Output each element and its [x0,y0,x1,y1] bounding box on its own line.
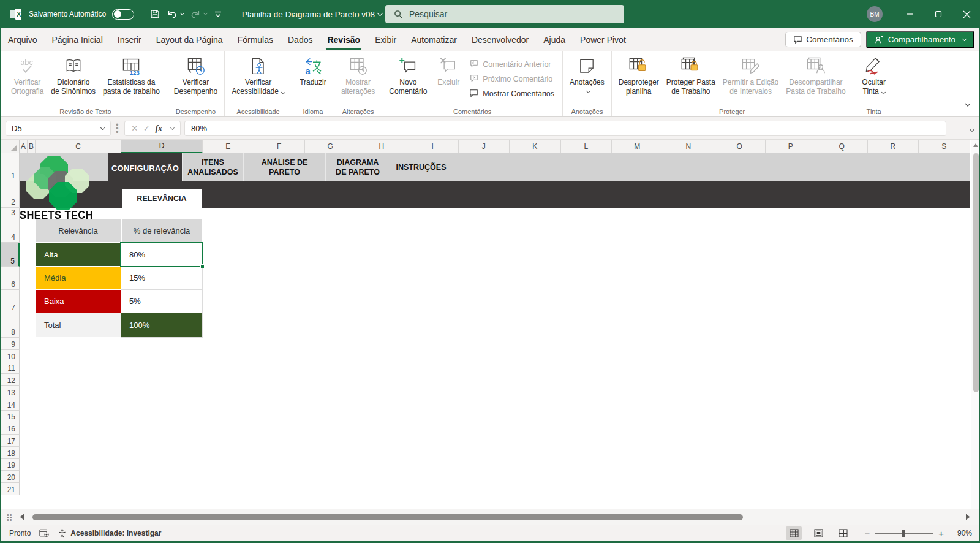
confirm-entry-icon[interactable]: ✓ [143,124,150,133]
fx-dropdown-icon[interactable] [170,125,175,129]
column-header-H[interactable]: H [356,140,408,153]
page-layout-view-icon[interactable] [810,526,826,540]
column-header-G[interactable]: G [305,140,356,153]
cell-C8[interactable]: Total [36,313,121,337]
column-header-M[interactable]: M [612,140,663,153]
ribbon-tab-layout-da-página[interactable]: Layout da Página [149,28,230,51]
cell-C6[interactable]: Média [36,267,121,289]
zoom-slider[interactable] [875,533,933,534]
sheet-tabs-resize-handle[interactable]: •••••• [7,514,13,521]
normal-view-icon[interactable] [786,526,802,540]
scroll-right-icon[interactable] [965,512,971,523]
close-button[interactable] [952,0,980,28]
ribbon-tab-inserir[interactable]: Inserir [110,28,149,51]
row-header-14[interactable]: 14 [1,398,20,411]
cell-C5[interactable]: Alta [36,243,121,266]
redo-dropdown-icon[interactable] [203,11,208,15]
zoom-slider-thumb[interactable] [902,530,905,537]
column-header-L[interactable]: L [561,140,612,153]
row-header-16[interactable]: 16 [1,422,20,435]
dicionario-de-sinonimos-button[interactable]: Dicionáriode Sinônimos [47,55,99,97]
vertical-scroll-thumb[interactable] [973,153,979,392]
row-header-8[interactable]: 8 [1,313,20,338]
column-header-O[interactable]: O [714,140,766,153]
horizontal-scrollbar[interactable]: •••••• [1,509,980,525]
formula-input[interactable]: 80% [184,121,946,136]
cell-D8[interactable]: 100% [121,313,203,338]
expand-formula-bar-icon[interactable] [968,126,976,137]
redo-button[interactable] [188,6,209,22]
minimize-button[interactable] [896,0,924,28]
row-header-1[interactable]: 1 [1,153,20,181]
sub-tab-relevancia[interactable]: RELEVÂNCIA [122,189,202,208]
select-all-corner[interactable] [1,140,20,153]
row-header-11[interactable]: 11 [1,362,20,374]
column-header-K[interactable]: K [510,140,561,153]
page-break-view-icon[interactable] [835,526,851,540]
row-header-10[interactable]: 10 [1,350,20,362]
estatisticas-da-pasta-de-trabalho-button[interactable]: 123Estatísticas dapasta de trabalho [99,55,164,97]
ribbon-tab-dados[interactable]: Dados [281,28,320,51]
row-header-9[interactable]: 9 [1,338,20,350]
row-header-12[interactable]: 12 [1,374,20,386]
column-header-F[interactable]: F [254,140,306,153]
sheet-nav-tab-3[interactable]: DIAGRAMADE PARETO [325,153,390,181]
ribbon-tab-exibir[interactable]: Exibir [368,28,404,51]
row-header-5[interactable]: 5 [1,243,20,267]
name-box[interactable]: D5 [6,121,111,136]
desproteger-planilha-button[interactable]: Desprotegerplanilha [615,55,663,97]
column-header-S[interactable]: S [919,140,970,153]
row-header-7[interactable]: 7 [1,290,20,313]
collapse-ribbon-icon[interactable] [963,101,972,112]
column-header-E[interactable]: E [203,140,254,153]
proteger-pasta-de-trabalho-button[interactable]: Proteger Pastade Trabalho [663,55,719,97]
ribbon-tab-ajuda[interactable]: Ajuda [536,28,573,51]
column-header-B[interactable]: B [28,140,36,153]
search-input[interactable]: Pesquisar [385,5,624,23]
ribbon-tab-desenvolvedor[interactable]: Desenvolvedor [464,28,536,51]
verificar-acessibilidade-button[interactable]: VerificarAcessibilidade [228,55,288,97]
save-button[interactable] [148,6,162,22]
mostrar-comentarios-button[interactable]: Mostrar Comentários [469,87,554,100]
row-header-18[interactable]: 18 [1,447,20,459]
ribbon-tab-fórmulas[interactable]: Fórmulas [230,28,281,51]
zoom-out-icon[interactable]: − [864,528,870,539]
column-header-P[interactable]: P [766,140,817,153]
vertical-scrollbar[interactable] [971,140,980,509]
name-box-dropdown-icon[interactable] [100,125,105,129]
table-header-relevancia[interactable]: Relevância [36,219,121,242]
row-header-3[interactable]: 3 [1,208,20,218]
sheet-nav-tab-1[interactable]: ITENSANALISADOS [182,153,243,181]
customize-quick-access-button[interactable] [211,7,225,21]
ribbon-tab-revisão[interactable]: Revisão [320,28,368,51]
undo-button[interactable] [165,6,186,22]
anotacoes-button[interactable]: Anotações [566,55,608,94]
fill-handle[interactable] [200,264,205,268]
verificar-desempenho-button[interactable]: VerificarDesempenho [170,55,221,97]
row-header-2[interactable]: 2 [1,181,20,208]
macro-record-button[interactable] [39,529,49,537]
zoom-in-icon[interactable]: + [938,528,944,539]
row-header-4[interactable]: 4 [1,218,20,243]
horizontal-scroll-thumb[interactable] [32,514,743,520]
cell-D5[interactable]: 80% [121,243,203,267]
traduzir-button[interactable]: aTraduzir [295,55,331,88]
cell-D7[interactable]: 5% [121,290,203,313]
column-header-N[interactable]: N [663,140,715,153]
comments-button[interactable]: Comentários [785,32,861,47]
row-header-6[interactable]: 6 [1,267,20,290]
column-header-D[interactable]: D [121,140,203,153]
cell-C7[interactable]: Baixa [36,290,121,313]
document-title[interactable]: Planilha de Diagrama de Pareto v08 [242,10,382,19]
table-header-percent[interactable]: % de relevância [122,219,202,242]
column-header-Q[interactable]: Q [816,140,868,153]
ribbon-tab-página-inicial[interactable]: Página Inicial [44,28,110,51]
accessibility-status[interactable]: Acessibilidade: investigar [58,529,161,538]
row-header-15[interactable]: 15 [1,411,20,423]
sheet-nav-tab-2[interactable]: ANÁLISE DEPARETO [243,153,325,181]
column-header-R[interactable]: R [868,140,919,153]
formula-bar-resize-handle[interactable]: ••• [116,123,119,134]
undo-dropdown-icon[interactable] [180,11,184,15]
excel-app-icon[interactable]: X [8,6,24,22]
avatar[interactable]: BM [867,6,883,22]
